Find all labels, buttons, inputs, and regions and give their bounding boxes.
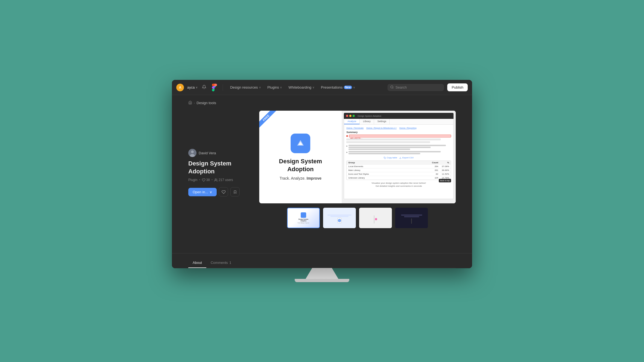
like-button[interactable] bbox=[219, 187, 228, 197]
username-label: ayca bbox=[187, 85, 195, 89]
plugin-icon-box bbox=[291, 134, 310, 153]
mock-tab-settings[interactable]: Settings bbox=[374, 119, 390, 124]
free-badge: FREE bbox=[259, 111, 281, 132]
username-menu[interactable]: ayca ∨ bbox=[187, 85, 198, 89]
tabs-row: About Comments 1 bbox=[188, 258, 456, 268]
mock-nav-link-3: Home / Reporting bbox=[399, 127, 417, 129]
mock-back-to-top-button[interactable]: Back to top bbox=[439, 179, 451, 182]
design-resources-chevron-icon: ∨ bbox=[259, 86, 261, 89]
mock-export-csv-btn[interactable]: Export CSV bbox=[399, 156, 414, 159]
mock-nav-links: Home / Terminate Home / Report & Milesto… bbox=[346, 127, 451, 129]
text-line-2 bbox=[346, 141, 430, 143]
window-fullscreen-dot bbox=[353, 115, 355, 117]
mock-screenshot: Design System Adoption Analyze Library S… bbox=[342, 111, 456, 203]
tab-comments[interactable]: Comments 1 bbox=[206, 258, 236, 268]
mock-col-count: Count bbox=[429, 161, 440, 164]
nav-whiteboarding[interactable]: Whiteboarding ∨ bbox=[286, 84, 317, 91]
mock-table-row-1: Local Elements 264 37.08% bbox=[347, 165, 451, 168]
preview-left-panel: FREE Design SystemA bbox=[259, 111, 342, 203]
svg-point-3 bbox=[191, 150, 194, 153]
search-input[interactable] bbox=[395, 85, 441, 89]
main-content: › Design tools David V bbox=[172, 95, 472, 253]
breadcrumb-home-icon[interactable] bbox=[188, 101, 192, 105]
monitor: A ayca ∨ bbox=[172, 80, 472, 268]
plugin-meta: Plugin • 38 • bbox=[188, 178, 251, 182]
plugin-likes: 38 bbox=[202, 178, 210, 182]
mock-alert-dot bbox=[346, 135, 348, 137]
publish-button[interactable]: Publish bbox=[447, 83, 468, 91]
author-avatar bbox=[188, 149, 196, 157]
breadcrumb-current[interactable]: Design tools bbox=[196, 101, 216, 105]
plugin-users: 217 users bbox=[214, 178, 233, 182]
window-close-dot bbox=[346, 115, 348, 117]
mock-nav-link-1: Home / Terminate bbox=[346, 127, 363, 129]
mock-tabs: Analyze Library Settings bbox=[344, 119, 453, 125]
mock-table-header-row: Group Count % bbox=[347, 161, 451, 165]
preview-area: FREE Design SystemA bbox=[259, 111, 456, 228]
thumbnail-1[interactable]: Design SystemAdoption Track. Analyze. Im… bbox=[287, 208, 320, 228]
mock-copy-table-btn[interactable]: Copy table bbox=[384, 156, 397, 159]
thumbnails-row: Design SystemAdoption Track. Analyze. Im… bbox=[259, 208, 456, 228]
monitor-stand bbox=[306, 268, 338, 279]
notification-bell-icon[interactable] bbox=[201, 84, 207, 91]
bookmark-button[interactable] bbox=[230, 187, 240, 197]
mock-highlight-row: with a 48.57% ... bbox=[346, 135, 451, 137]
meta-separator-2: • bbox=[211, 178, 213, 182]
open-in-button[interactable]: Open in... ∨ bbox=[188, 188, 217, 196]
mock-col-group: Group bbox=[347, 161, 429, 164]
svg-point-5 bbox=[215, 179, 216, 180]
username-chevron-icon: ∨ bbox=[196, 86, 198, 89]
mock-nav-link-2: Home / Report & Milestones 2 / bbox=[366, 127, 396, 129]
mock-panel: Analyze Library Settings Home / Terminat… bbox=[344, 119, 454, 199]
mock-table-row-2: Main Library 261 36.66% bbox=[347, 168, 451, 172]
nav-links: Design resources ∨ Plugins ∨ Whiteboardi… bbox=[227, 84, 384, 91]
nav-design-resources[interactable]: Design resources ∨ bbox=[227, 84, 263, 91]
mock-data-table: Group Count % Local Elements 264 bbox=[346, 161, 451, 180]
preview-right-panel: Design System Adoption Analyze Library S… bbox=[342, 111, 456, 203]
action-buttons: Open in... ∨ bbox=[188, 187, 251, 197]
comments-count: 1 bbox=[229, 261, 231, 265]
tab-about[interactable]: About bbox=[188, 258, 206, 268]
window-minimize-dot bbox=[349, 115, 351, 117]
mock-tab-analyze[interactable]: Analyze bbox=[344, 119, 360, 124]
mock-bullet-rows bbox=[346, 145, 451, 154]
mock-bullet-row-2 bbox=[346, 151, 451, 154]
mock-summary-label: Summary bbox=[346, 131, 451, 134]
preview-plugin-content: Design SystemAdoption Track. Analyze. Im… bbox=[273, 128, 327, 186]
breadcrumb: › Design tools bbox=[188, 101, 456, 105]
presentations-new-badge: New bbox=[344, 86, 352, 89]
meta-separator-1: • bbox=[199, 178, 200, 182]
author-row: David Vera bbox=[188, 149, 251, 157]
thumbnail-3[interactable] bbox=[359, 208, 392, 228]
mock-window-header: Design System Adoption bbox=[344, 113, 454, 119]
navbar: A ayca ∨ bbox=[172, 80, 472, 95]
thumbnail-2[interactable] bbox=[323, 208, 356, 228]
mock-action-row: Copy table Export CSV bbox=[346, 156, 451, 159]
mock-body: Home / Terminate Home / Report & Milesto… bbox=[344, 125, 453, 199]
svg-rect-7 bbox=[384, 158, 386, 159]
nav-presentations[interactable]: Presentations New ∨ bbox=[318, 84, 358, 91]
preview-plugin-tagline: Track. Analyze. Improve bbox=[279, 176, 322, 180]
left-panel: David Vera Design System Adoption Plugin… bbox=[188, 111, 259, 228]
plugin-title: Design System Adoption bbox=[188, 160, 251, 175]
monitor-base bbox=[295, 279, 349, 282]
figma-icon[interactable] bbox=[211, 84, 218, 91]
thumbnail-4[interactable] bbox=[395, 208, 428, 228]
whiteboarding-chevron-icon: ∨ bbox=[312, 86, 314, 89]
mock-table-row-4: Unknown Library 105 14.78% bbox=[347, 176, 451, 180]
content-layout: David Vera Design System Adoption Plugin… bbox=[188, 111, 456, 228]
author-name: David Vera bbox=[199, 151, 216, 155]
mock-caption: Visualize your design system adoption li… bbox=[346, 182, 451, 188]
search-bar[interactable] bbox=[387, 84, 444, 91]
mock-highlight-bar: with a 48.57% ... bbox=[349, 135, 451, 137]
nav-plugins[interactable]: Plugins ∨ bbox=[265, 84, 285, 91]
svg-point-0 bbox=[391, 86, 393, 88]
plugin-type: Plugin bbox=[188, 178, 197, 182]
open-in-chevron-icon: ∨ bbox=[210, 190, 212, 194]
preview-main: FREE Design SystemA bbox=[259, 111, 456, 203]
tabs-section: About Comments 1 bbox=[172, 253, 472, 268]
mock-tab-library[interactable]: Library bbox=[360, 119, 374, 124]
mock-col-pct: % bbox=[440, 161, 451, 164]
plugins-chevron-icon: ∨ bbox=[280, 86, 282, 89]
avatar[interactable]: A bbox=[176, 84, 184, 91]
